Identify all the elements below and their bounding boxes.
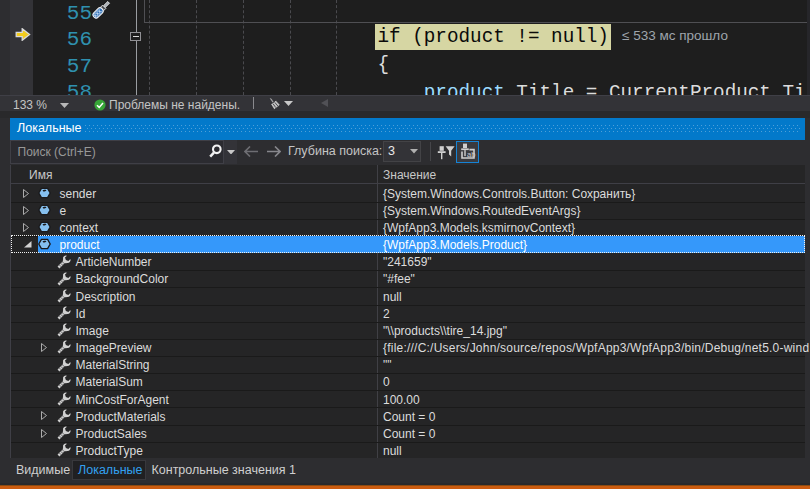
svg-text:ab: ab bbox=[467, 150, 475, 159]
